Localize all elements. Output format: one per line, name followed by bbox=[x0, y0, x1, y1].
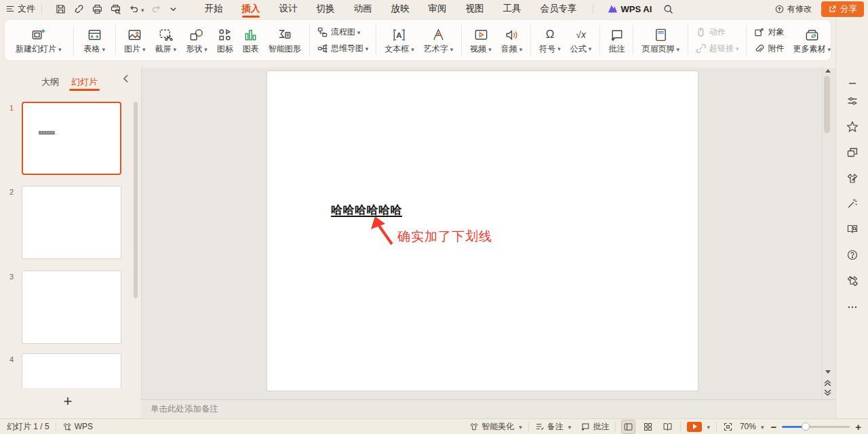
ribbon-mindmap-button[interactable]: 思维导图 bbox=[317, 43, 369, 54]
table-icon bbox=[87, 27, 102, 43]
ribbon-action-button-disabled: 动作 bbox=[696, 27, 739, 37]
skin-clothes-gear-icon[interactable] bbox=[836, 275, 868, 287]
ribbon-table-button[interactable]: 表格 bbox=[77, 27, 113, 54]
red-arrow-annotation[interactable] bbox=[370, 216, 396, 245]
zoom-out-button[interactable]: − bbox=[770, 421, 776, 433]
ribbon-object-button[interactable]: 对象 bbox=[754, 27, 784, 37]
app-menu-button[interactable]: 文件 bbox=[5, 3, 35, 15]
editing-canvas[interactable]: 哈哈哈哈哈哈 确实加了下划线 bbox=[141, 68, 835, 399]
more-dots-icon[interactable] bbox=[836, 301, 868, 313]
slide-page[interactable]: 哈哈哈哈哈哈 确实加了下划线 bbox=[267, 71, 698, 391]
ribbon-attachment-button[interactable]: 附件 bbox=[754, 43, 784, 54]
help-icon[interactable] bbox=[836, 249, 868, 261]
tab-tools[interactable]: 工具 bbox=[494, 0, 531, 18]
effects-star-icon[interactable] bbox=[836, 121, 868, 133]
magic-wand-icon[interactable] bbox=[836, 197, 868, 210]
modified-label: 有修改 bbox=[787, 3, 812, 15]
sync-circle-icon bbox=[774, 4, 785, 14]
tab-member[interactable]: 会员专享 bbox=[531, 0, 587, 18]
ribbon-wordart-button[interactable]: 艺术字 bbox=[419, 27, 458, 54]
zoom-level-button[interactable]: 70% bbox=[740, 422, 764, 431]
tab-view[interactable]: 视图 bbox=[456, 0, 494, 18]
scroll-down-arrow-icon[interactable] bbox=[825, 370, 831, 374]
previous-slide-button[interactable] bbox=[823, 378, 833, 387]
slide-number: 4 bbox=[9, 355, 14, 363]
scroll-up-arrow-icon[interactable] bbox=[825, 69, 831, 73]
tab-home[interactable]: 开始 bbox=[195, 0, 233, 18]
wps-ai-button[interactable]: WPS AI bbox=[608, 4, 652, 14]
divider bbox=[593, 4, 593, 14]
ribbon-header-footer-button[interactable]: 页眉页脚 bbox=[637, 27, 684, 54]
tab-slides[interactable]: 幻灯片 bbox=[69, 73, 100, 91]
menu-tabs: 开始 插入 设计 切换 动画 放映 审阅 视图 工具 会员专享 bbox=[195, 0, 587, 18]
zoom-in-button[interactable]: + bbox=[855, 421, 861, 433]
normal-view-button[interactable] bbox=[622, 420, 635, 433]
ribbon-video-button[interactable]: 视频 bbox=[465, 27, 496, 54]
title-bar: 文件 开始 插入 设计 切换 动画 放映 审阅 视图 bbox=[0, 0, 868, 18]
slide-panel-scrollbar[interactable] bbox=[134, 102, 138, 298]
switch-shape-icon[interactable] bbox=[836, 146, 868, 159]
clothes-star-icon bbox=[62, 422, 72, 431]
tab-transition[interactable]: 切换 bbox=[307, 0, 344, 18]
ribbon-symbol-button[interactable]: Ω 符号 bbox=[534, 27, 566, 53]
tab-slideshow[interactable]: 放映 bbox=[382, 0, 419, 18]
ribbon-picture-button[interactable]: 图片 bbox=[119, 27, 151, 54]
ribbon-audio-button[interactable]: 音频 bbox=[496, 27, 528, 54]
tab-design[interactable]: 设计 bbox=[270, 0, 307, 18]
wps-skin-button[interactable]: WPS bbox=[62, 422, 93, 431]
redo-button[interactable] bbox=[151, 3, 162, 14]
modified-status-button[interactable]: 有修改 bbox=[774, 3, 812, 15]
adjust-sliders-icon[interactable] bbox=[836, 95, 868, 107]
comment-toggle-button[interactable]: 批注 bbox=[580, 421, 609, 433]
ribbon-formula-button[interactable]: √x 公式 bbox=[566, 27, 597, 53]
toolbar-more-chevron-icon[interactable] bbox=[169, 5, 178, 14]
reading-view-button[interactable] bbox=[661, 420, 674, 433]
notes-toggle-button[interactable]: 备注 bbox=[535, 421, 572, 433]
ribbon-smart-graphic-button[interactable]: 智能图形 bbox=[264, 27, 306, 53]
slide-sorter-view-button[interactable] bbox=[642, 420, 654, 433]
canvas-scrollbar-thumb[interactable] bbox=[824, 76, 830, 133]
ribbon-comment-button[interactable]: 批注 bbox=[604, 27, 629, 53]
collapse-panel-chevron-icon[interactable] bbox=[123, 75, 129, 83]
ribbon-flowchart-button[interactable]: 流程图 bbox=[317, 27, 369, 37]
tab-animation[interactable]: 动画 bbox=[344, 0, 382, 18]
tab-review[interactable]: 审阅 bbox=[419, 0, 456, 18]
ribbon-more-assets-button[interactable]: 更多素材 bbox=[788, 27, 835, 54]
assets-clothes-icon[interactable] bbox=[836, 172, 868, 184]
export-pin-icon[interactable] bbox=[73, 3, 85, 15]
ribbon-screenshot-button[interactable]: 截屏 bbox=[151, 27, 182, 54]
tab-insert[interactable]: 插入 bbox=[233, 0, 270, 18]
flowchart-icon bbox=[317, 27, 328, 37]
add-slide-button[interactable]: + bbox=[0, 393, 136, 410]
print-icon[interactable] bbox=[92, 3, 103, 15]
save-icon[interactable] bbox=[55, 3, 66, 15]
slide-panel: 大纲 幻灯片 1 哈哈哈哈哈哈 2 3 4 + bbox=[0, 68, 141, 418]
fit-to-window-button[interactable] bbox=[723, 422, 733, 432]
print-preview-icon[interactable] bbox=[110, 3, 121, 15]
collapse-icon[interactable] bbox=[836, 77, 868, 90]
slide-thumbnail-4[interactable] bbox=[22, 353, 121, 388]
ribbon-chart-button[interactable]: 图表 bbox=[238, 27, 264, 53]
find-search-book-icon[interactable] bbox=[836, 223, 868, 235]
share-button[interactable]: 分享 bbox=[821, 1, 864, 17]
search-icon[interactable] bbox=[663, 3, 674, 15]
ribbon-shapes-button[interactable]: 形状 bbox=[181, 27, 212, 54]
ribbon-textbox-button[interactable]: A 文本框 bbox=[380, 27, 419, 54]
next-slide-button[interactable] bbox=[823, 389, 833, 397]
ribbon-new-slide-button[interactable]: 新建幻灯片 bbox=[7, 27, 70, 54]
canvas-scrollbar bbox=[822, 68, 836, 399]
undo-button[interactable] bbox=[128, 3, 144, 14]
play-slideshow-button[interactable] bbox=[687, 422, 710, 432]
zoom-slider[interactable] bbox=[782, 422, 850, 431]
notes-bar[interactable]: 单击此处添加备注 bbox=[141, 399, 835, 418]
slide-thumbnail-1[interactable]: 哈哈哈哈哈哈 bbox=[22, 102, 121, 175]
slide-thumbnail-3[interactable] bbox=[22, 271, 121, 344]
ribbon-icon-library-button[interactable]: 图标 bbox=[212, 27, 238, 53]
slide-thumbnail-2[interactable] bbox=[22, 186, 121, 259]
zoom-slider-knob[interactable] bbox=[802, 422, 810, 431]
share-label: 分享 bbox=[840, 3, 857, 15]
tab-outline[interactable]: 大纲 bbox=[39, 73, 61, 91]
divider bbox=[41, 4, 42, 14]
smart-beautify-button[interactable]: 智能美化 bbox=[469, 421, 522, 433]
red-annotation-text-box[interactable]: 确实加了下划线 bbox=[397, 228, 492, 245]
